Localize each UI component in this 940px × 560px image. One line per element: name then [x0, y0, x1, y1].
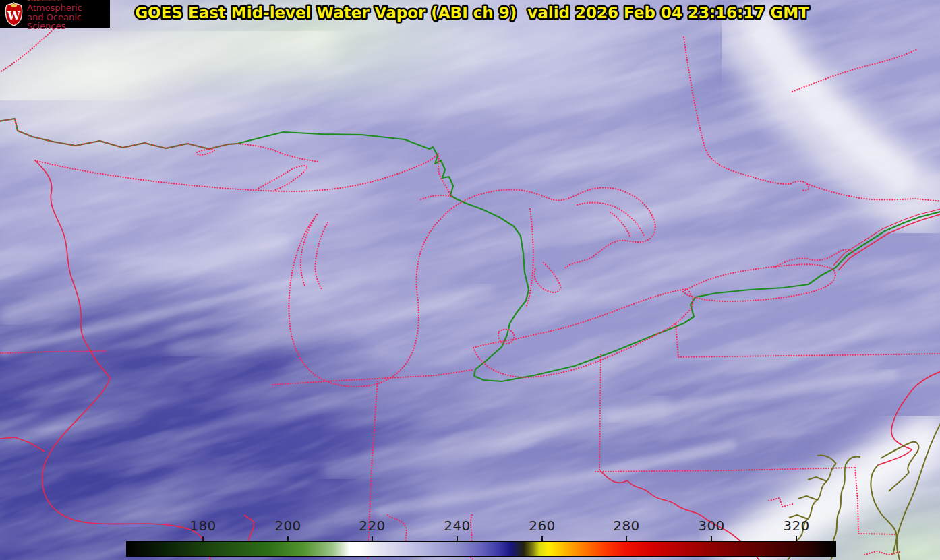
- cloud-texture-fine: [0, 0, 940, 560]
- colorbar-tick: [287, 536, 289, 541]
- colorbar-label: 300: [698, 518, 725, 534]
- colorbar-tick: [202, 536, 204, 541]
- water-vapor-background: [0, 0, 940, 560]
- logo-text: Department of Atmospheric and Oceanic Sc…: [27, 0, 110, 30]
- colorbar-label: 220: [359, 518, 386, 534]
- uw-crest-icon: W: [5, 2, 23, 26]
- colorbar-label: 280: [613, 518, 640, 534]
- colorbar-tick: [626, 536, 627, 541]
- colorbar-tick: [711, 536, 712, 541]
- colorbar-tick: [457, 536, 458, 541]
- logo-line1: Atmospheric: [27, 3, 110, 12]
- crest-letter: W: [7, 9, 21, 22]
- logo-line2: and Oceanic Sciences: [27, 13, 110, 30]
- colorbar-tick: [372, 536, 373, 541]
- colorbar: [126, 541, 836, 557]
- colorbar-label: 200: [274, 518, 301, 534]
- logo-department-prefix: Department of: [27, 0, 110, 2]
- satellite-map: [0, 0, 940, 560]
- colorbar-label: 320: [783, 518, 810, 534]
- colorbar-label: 260: [529, 518, 556, 534]
- colorbar-tick: [541, 536, 543, 541]
- colorbar-label: 180: [189, 518, 216, 534]
- colorbar-label: 240: [444, 518, 471, 534]
- goes-water-vapor-image: GOES East Mid-level Water Vapor (ABI ch …: [0, 0, 940, 560]
- colorbar-tick: [796, 536, 797, 541]
- uw-aos-logo: W Department of Atmospheric and Oceanic …: [0, 0, 110, 28]
